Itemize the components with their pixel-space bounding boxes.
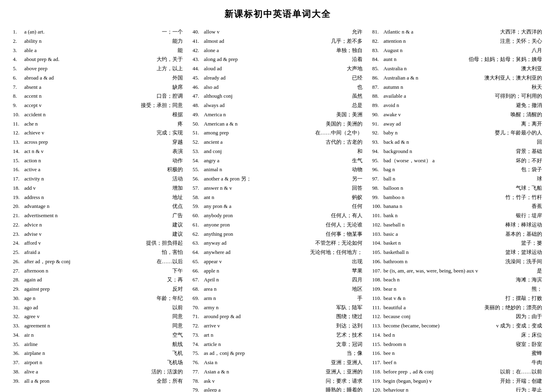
entry-word: bear n (383, 285, 530, 294)
entry-meaning: 蚂蚁 (352, 193, 362, 202)
entry-number: 108. (372, 275, 383, 285)
list-item: 60.anybody pron任何人；有人 (192, 211, 363, 220)
entry-word: ago ad (24, 303, 171, 312)
entry-number: 13. (13, 138, 24, 147)
list-item: 40.allow v允许 (192, 27, 363, 37)
entry-meaning: 任何人；无论谁 (326, 220, 362, 230)
entry-word: bee n (383, 349, 530, 358)
entry-meaning: 艺术；技术 (336, 331, 362, 340)
entry-word: agreement n (24, 321, 171, 331)
entry-word: afternoon n (24, 266, 171, 276)
list-item: 17.activity n活动 (12, 174, 184, 184)
list-item: 32.agree v同意 (12, 312, 184, 321)
entry-meaning: 手 (357, 294, 362, 303)
list-item: 11.ache n疼 (12, 119, 184, 129)
entry-meaning: 怕，害怕 (162, 248, 183, 257)
list-item: 76.Asia n亚洲；亚洲人 (192, 358, 363, 367)
entry-word: back ad & n (383, 138, 535, 147)
entry-meaning: 出现 (352, 257, 362, 266)
entry-word: beef n (383, 358, 530, 367)
entry-meaning: 反对 (172, 285, 183, 294)
entry-meaning: 另一 (352, 174, 362, 184)
entry-word: bank n (383, 211, 514, 220)
entry-word: because conj (383, 312, 514, 321)
entry-word: all a & pron (24, 377, 155, 386)
entry-meaning: 接受；承担；同意 (141, 101, 183, 110)
entry-word: afford v (24, 239, 145, 248)
list-item: 37.airport n飞机场 (12, 358, 184, 367)
entry-number: 15. (13, 156, 24, 166)
entry-word: bag n (383, 165, 519, 174)
entry-number: 65. (193, 257, 204, 266)
list-item: 26.after ad，prep & conj在……以后 (12, 257, 184, 266)
list-item: 7.absent a缺席 (12, 83, 184, 92)
entry-number: 32. (13, 312, 24, 321)
entry-word: aloud ad (204, 64, 345, 73)
entry-meaning: 在……以后 (157, 257, 183, 266)
entry-number: 83. (372, 46, 383, 55)
entry-number: 17. (13, 174, 24, 184)
entry-word: anything pron (204, 230, 324, 239)
entry-word: against prep (24, 285, 171, 294)
entry-word: any pron & a (204, 202, 350, 211)
entry-word: absent a (24, 83, 171, 92)
entry-meaning: 虽然 (352, 92, 362, 101)
entry-meaning: 动作 (172, 156, 183, 166)
list-item: 41.almost ad几乎；差不多 (192, 37, 363, 46)
entry-number: 53. (193, 147, 204, 156)
list-item: 72.arrive v到达；达到 (192, 321, 363, 331)
list-item: 91.away ad离；离开 (371, 119, 543, 129)
entry-word: anybody pron (204, 211, 329, 220)
entry-meaning: 缺席 (172, 83, 183, 92)
entry-meaning: 外国 (172, 73, 183, 83)
entry-meaning: 棒球；棒球运动 (505, 220, 542, 230)
entry-meaning: 问；要求；请求 (326, 377, 362, 386)
entry-number: 113. (372, 321, 383, 331)
entry-meaning: 能力 (172, 37, 183, 46)
entry-number: 72. (193, 321, 204, 331)
entry-word: beautiful a (383, 303, 483, 312)
entry-word: abroad a & ad (24, 73, 171, 83)
entry-word: always ad (204, 101, 350, 110)
list-item: 31.ago ad以前 (12, 303, 184, 312)
entry-number: 16. (13, 165, 24, 174)
entry-number: 12. (13, 128, 24, 138)
entry-meaning: 包；袋子 (521, 165, 542, 174)
entry-word: achieve v (24, 128, 155, 138)
entry-number: 94. (372, 147, 383, 156)
entry-meaning: 大西洋；大西洋的 (500, 27, 542, 37)
list-item: 39.all a & pron全部；所有 (12, 377, 184, 386)
entry-number: 58. (193, 193, 204, 202)
entry-number: 67. (193, 275, 204, 285)
list-item: 3.able a能 (12, 46, 184, 55)
entry-meaning: 活动 (172, 174, 183, 184)
entry-meaning: 熊； (532, 285, 542, 294)
entry-meaning: 苹果 (352, 266, 362, 276)
entry-number: 116. (372, 349, 383, 358)
entry-word: aunt n (383, 55, 467, 64)
entry-meaning: 竹；竹子；竹杆 (505, 193, 542, 202)
entry-meaning: 同意 (172, 312, 183, 321)
list-item: 59.any pron & a任何 (192, 202, 363, 211)
entry-number: 34. (13, 331, 24, 340)
list-item: 100.banana n香蕉 (371, 202, 543, 211)
entry-word: American a & n (204, 119, 324, 129)
entry-word: accident n (24, 110, 171, 119)
content-area: 1.a (an) art.一；一个2.ability n能力3.able a能4… (12, 27, 543, 392)
list-item: 107.be (is, am, are, was, were, being, b… (371, 266, 543, 276)
entry-word: army n (204, 303, 335, 312)
entry-meaning: 地区 (352, 285, 362, 294)
entry-meaning: v 成为；变成；变成 (496, 321, 542, 331)
entry-meaning: 回 (537, 138, 542, 147)
entry-meaning: 一；一个 (162, 27, 183, 37)
entry-meaning: 美国；美洲 (336, 110, 362, 119)
list-item: 110.beat v & n打；摆敲；打败 (371, 294, 543, 303)
list-item: 118.before prep，ad & conj以前；在……以前 (371, 367, 543, 377)
list-item: 2.ability n能力 (12, 37, 184, 46)
entry-meaning: 增加 (172, 184, 183, 193)
entry-number: 57. (193, 184, 204, 193)
list-item: 108.beach n海滩；海滨 (371, 275, 543, 285)
entry-number: 27. (13, 266, 24, 276)
list-item: 65.appear v出现 (192, 257, 363, 266)
entry-word: among prep (204, 128, 314, 138)
